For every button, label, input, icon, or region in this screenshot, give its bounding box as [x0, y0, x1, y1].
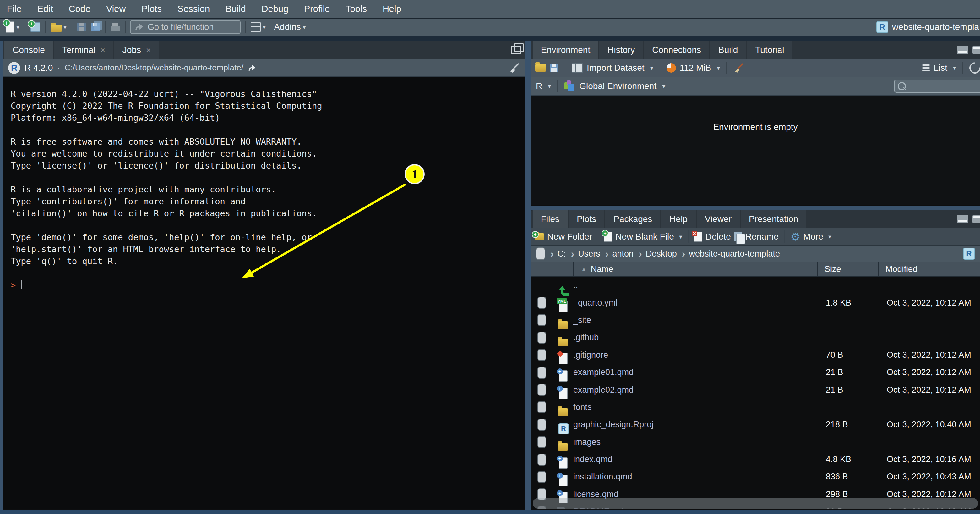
restore-pane-icon[interactable]	[511, 46, 521, 54]
maximize-pane-icon[interactable]	[972, 46, 980, 54]
header-size-column[interactable]: Size	[817, 262, 878, 276]
file-checkbox[interactable]	[538, 384, 546, 396]
tab[interactable]: Jobs	[115, 41, 159, 59]
tab[interactable]: History	[599, 41, 643, 59]
file-checkbox[interactable]	[538, 332, 546, 343]
menu-item[interactable]: View	[106, 4, 126, 14]
language-selector[interactable]: R	[536, 81, 542, 91]
breadcrumb-segment[interactable]: C:	[547, 248, 566, 260]
file-row[interactable]: .gitignore 70 B Oct 3, 2022, 10:12 AM	[531, 346, 980, 364]
menu-item[interactable]: Debug	[262, 4, 288, 14]
new-file-button[interactable]: + ▾	[3, 19, 22, 35]
project-menu-button[interactable]: R website-quarto-templa	[877, 21, 980, 33]
goto-file-input[interactable]: Go to file/function	[130, 20, 240, 34]
file-row[interactable]: installation.qmd 836 B Oct 3, 2022, 10:4…	[531, 468, 980, 485]
menu-item[interactable]: Tools	[345, 4, 367, 14]
breadcrumb-segment[interactable]: Users	[567, 248, 600, 260]
scope-selector[interactable]: Global Environment	[579, 81, 657, 91]
menu-item[interactable]: Code	[69, 4, 91, 14]
file-checkbox[interactable]	[538, 314, 546, 326]
tab[interactable]: Build	[710, 41, 746, 59]
console-prompt-row[interactable]: >	[11, 279, 525, 291]
select-all-checkbox[interactable]	[536, 247, 545, 260]
file-row[interactable]: .github	[531, 329, 980, 346]
file-row[interactable]: _quarto.yml 1.8 KB Oct 3, 2022, 10:12 AM	[531, 294, 980, 311]
file-name-link[interactable]: example01.qmd	[573, 367, 817, 377]
print-button[interactable]	[108, 19, 123, 35]
minimize-pane-icon[interactable]	[957, 215, 968, 223]
file-name-link[interactable]: example02.qmd	[573, 385, 817, 395]
tab[interactable]: Help	[661, 210, 696, 228]
file-name-link[interactable]: fonts	[573, 402, 817, 412]
tab[interactable]: Console	[5, 41, 53, 59]
tab[interactable]: Files	[533, 210, 568, 228]
pane-layout-button[interactable]: ▾	[248, 19, 268, 35]
save-workspace-icon[interactable]	[550, 64, 558, 72]
file-name-link[interactable]: _quarto.yml	[573, 298, 817, 308]
file-row[interactable]: _site	[531, 311, 980, 329]
file-name-link[interactable]: graphic_design.Rproj	[573, 420, 817, 429]
menu-item[interactable]: Build	[226, 4, 246, 14]
horizontal-scrollbar[interactable]	[533, 498, 978, 509]
file-row[interactable]: example02.qmd 21 B Oct 3, 2022, 10:12 AM	[531, 381, 980, 398]
rename-button[interactable]: Rename	[745, 232, 779, 242]
r-version-label[interactable]: R 4.2.0	[24, 63, 53, 73]
environment-search-input[interactable]	[894, 80, 980, 93]
minimize-pane-icon[interactable]	[957, 46, 968, 54]
new-project-button[interactable]: +	[28, 19, 43, 35]
header-name-column[interactable]: ▲ Name	[573, 262, 817, 276]
menu-item[interactable]: File	[7, 4, 22, 14]
save-button[interactable]	[75, 19, 89, 35]
menu-item[interactable]: Help	[383, 4, 401, 14]
working-directory-path[interactable]: C:/Users/anton/Desktop/website-quarto-te…	[65, 63, 243, 73]
breadcrumb-segment[interactable]: anton	[601, 248, 633, 260]
header-modified-column[interactable]: Modified	[878, 262, 980, 276]
addins-button[interactable]: Addins ▾	[268, 19, 309, 35]
open-file-button[interactable]: ▾	[48, 19, 69, 35]
tab[interactable]: Terminal	[54, 41, 113, 59]
file-checkbox[interactable]	[538, 367, 546, 378]
tab[interactable]: Presentation	[741, 210, 806, 228]
file-checkbox[interactable]	[538, 297, 546, 309]
more-button[interactable]: More	[803, 232, 823, 242]
file-row[interactable]: fonts	[531, 399, 980, 416]
save-all-button[interactable]	[89, 19, 102, 35]
clear-console-broom-icon[interactable]	[509, 62, 520, 73]
tab[interactable]: Connections	[644, 41, 709, 59]
menu-item[interactable]: Session	[177, 4, 210, 14]
tab[interactable]: Environment	[533, 41, 598, 59]
file-name-link[interactable]: images	[573, 437, 817, 447]
file-name-link[interactable]: .github	[573, 333, 817, 342]
console-output[interactable]: R version 4.2.0 (2022-04-22 ucrt) -- "Vi…	[3, 77, 525, 509]
maximize-pane-icon[interactable]	[972, 215, 980, 223]
project-directory-icon[interactable]: R	[963, 248, 975, 260]
refresh-icon[interactable]	[967, 60, 980, 76]
menu-item[interactable]: Edit	[37, 4, 53, 14]
import-dataset-button[interactable]: Import Dataset	[587, 63, 644, 73]
menu-item[interactable]: Profile	[304, 4, 330, 14]
file-name-link[interactable]: index.qmd	[573, 455, 817, 465]
file-name-link[interactable]: .gitignore	[573, 350, 817, 360]
list-view-button[interactable]: List	[934, 63, 947, 73]
file-name-link[interactable]: ..	[573, 281, 817, 290]
file-row[interactable]: graphic_design.Rproj 218 B Oct 3, 2022, …	[531, 416, 980, 433]
tab[interactable]: Packages	[605, 210, 660, 228]
tab-close-icon[interactable]	[146, 45, 151, 55]
memory-usage-button[interactable]: 112 MiB	[680, 63, 711, 73]
tab-close-icon[interactable]	[100, 45, 105, 55]
file-row[interactable]: example01.qmd 21 B Oct 3, 2022, 10:12 AM	[531, 364, 980, 381]
file-checkbox[interactable]	[538, 436, 546, 448]
forward-arrow-icon[interactable]	[248, 64, 256, 72]
delete-button[interactable]: Delete	[705, 232, 731, 242]
file-name-link[interactable]: installation.qmd	[573, 472, 817, 482]
tab[interactable]: Tutorial	[747, 41, 792, 59]
breadcrumb-segment[interactable]: Desktop	[635, 248, 677, 260]
file-checkbox[interactable]	[538, 453, 546, 466]
file-checkbox[interactable]	[538, 349, 546, 361]
file-checkbox[interactable]	[538, 401, 546, 413]
file-checkbox[interactable]	[538, 419, 546, 431]
new-folder-button[interactable]: New Folder	[547, 232, 592, 242]
file-row[interactable]: index.qmd 4.8 KB Oct 3, 2022, 10:16 AM	[531, 451, 980, 468]
file-name-link[interactable]: _site	[573, 315, 817, 325]
new-blank-file-button[interactable]: New Blank File	[615, 232, 674, 242]
